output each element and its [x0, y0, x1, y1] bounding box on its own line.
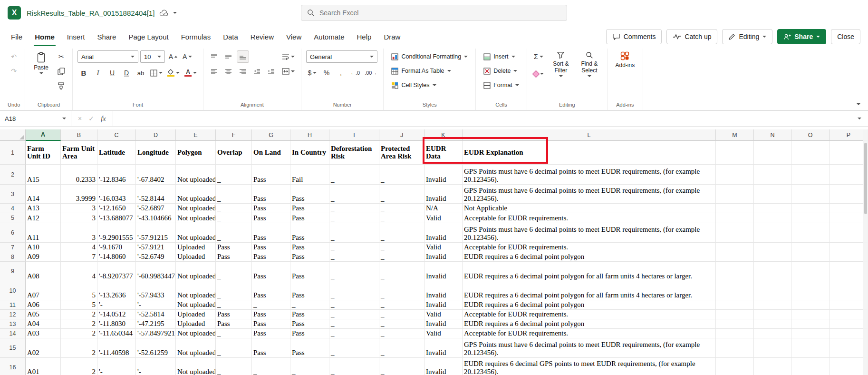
- cell-I14[interactable]: _: [329, 329, 379, 338]
- cell-G6[interactable]: Pass: [252, 223, 290, 243]
- cell-M8[interactable]: [716, 252, 754, 262]
- increase-indent-button[interactable]: [265, 66, 278, 78]
- cell-D4[interactable]: '-52.6897: [136, 204, 176, 213]
- cell-G2[interactable]: Pass: [252, 165, 290, 185]
- cell-L1[interactable]: EUDR Explanation: [463, 141, 716, 165]
- cell-M1[interactable]: [716, 141, 754, 165]
- cell-I2[interactable]: _: [329, 165, 379, 185]
- cell-I7[interactable]: _: [329, 243, 379, 252]
- name-box-chevron-icon[interactable]: [62, 118, 66, 119]
- double-underline-button[interactable]: D: [120, 67, 133, 79]
- row-header-2[interactable]: 2: [0, 165, 26, 185]
- cell-M11[interactable]: [716, 300, 754, 310]
- cell-L11[interactable]: EUDR requires a 6 decimal point polygon: [463, 300, 716, 310]
- cell-K2[interactable]: Invalid: [424, 165, 463, 185]
- cell-A8[interactable]: A09: [26, 252, 61, 262]
- cell-E15[interactable]: Not uploaded: [176, 338, 216, 358]
- cell-I11[interactable]: _: [329, 300, 379, 310]
- format-cells-button[interactable]: Format: [481, 79, 522, 91]
- cell-H5[interactable]: Pass: [290, 213, 329, 223]
- column-header-E[interactable]: E: [176, 129, 216, 141]
- cell-A5[interactable]: A12: [26, 213, 61, 223]
- cell-C1[interactable]: Latitude: [97, 141, 136, 165]
- cell-E16[interactable]: Not uploaded: [176, 358, 216, 375]
- tab-home[interactable]: Home: [29, 26, 61, 48]
- format-as-table-button[interactable]: Format As Table: [388, 65, 453, 77]
- cell-K8[interactable]: Invalid: [424, 252, 463, 262]
- cell-I12[interactable]: _: [329, 310, 379, 319]
- select-all-button[interactable]: [0, 129, 26, 141]
- cell-A13[interactable]: A04: [26, 319, 61, 329]
- cell-C10[interactable]: '-13.2636: [97, 281, 136, 300]
- cell-P9[interactable]: [829, 262, 868, 281]
- cell-A1[interactable]: Farm Unit ID: [26, 141, 61, 165]
- cell-O12[interactable]: [791, 310, 829, 319]
- cell-D2[interactable]: '-67.8402: [136, 165, 176, 185]
- column-header-G[interactable]: G: [252, 129, 290, 141]
- column-header-I[interactable]: I: [329, 129, 379, 141]
- decrease-font-size-button[interactable]: A: [181, 50, 193, 63]
- cell-F1[interactable]: Overlap: [216, 141, 252, 165]
- cell-G10[interactable]: Pass: [252, 281, 290, 300]
- autosum-button[interactable]: Σ: [532, 50, 545, 63]
- row-header-8[interactable]: 8: [0, 252, 26, 262]
- cell-J2[interactable]: _: [379, 165, 424, 185]
- cell-B5[interactable]: 3: [61, 213, 97, 223]
- cell-I9[interactable]: _: [329, 262, 379, 281]
- cell-N8[interactable]: [754, 252, 791, 262]
- increase-decimal-button[interactable]: ←.0: [349, 67, 361, 79]
- cell-P2[interactable]: [829, 165, 868, 185]
- cell-J1[interactable]: Protected Area Risk: [379, 141, 424, 165]
- cell-J10[interactable]: _: [379, 281, 424, 300]
- cell-P5[interactable]: [829, 213, 868, 223]
- cell-styles-button[interactable]: Cell Styles: [388, 79, 439, 91]
- excel-logo-icon[interactable]: X: [8, 6, 21, 20]
- cell-P4[interactable]: [829, 204, 868, 213]
- column-header-M[interactable]: M: [716, 129, 754, 141]
- cell-O14[interactable]: [791, 329, 829, 338]
- cell-H3[interactable]: Pass: [290, 185, 329, 204]
- cell-M13[interactable]: [716, 319, 754, 329]
- column-header-J[interactable]: J: [379, 129, 424, 141]
- cell-L2[interactable]: GPS Points must have 6 decimal points to…: [463, 165, 716, 185]
- tab-formulas[interactable]: Formulas: [175, 26, 217, 48]
- cell-N10[interactable]: [754, 281, 791, 300]
- increase-font-size-button[interactable]: A: [167, 50, 179, 63]
- cell-E14[interactable]: Not uploaded: [176, 329, 216, 338]
- cell-P8[interactable]: [829, 252, 868, 262]
- cell-I3[interactable]: _: [329, 185, 379, 204]
- cell-H12[interactable]: Pass: [290, 310, 329, 319]
- cell-J3[interactable]: _: [379, 185, 424, 204]
- format-painter-button[interactable]: [55, 80, 68, 92]
- cell-K15[interactable]: Invalid: [424, 338, 463, 358]
- cell-B12[interactable]: 2: [61, 310, 97, 319]
- cell-N9[interactable]: [754, 262, 791, 281]
- tab-draw[interactable]: Draw: [377, 26, 406, 48]
- add-ins-button[interactable]: Add-ins: [612, 50, 638, 69]
- cell-O13[interactable]: [791, 319, 829, 329]
- cell-N7[interactable]: [754, 243, 791, 252]
- cell-N1[interactable]: [754, 141, 791, 165]
- cell-L6[interactable]: GPS Points must have 6 decimal points to…: [463, 223, 716, 243]
- cell-N4[interactable]: [754, 204, 791, 213]
- font-size-select[interactable]: 10: [140, 50, 165, 63]
- redo-button[interactable]: ↷: [8, 65, 20, 77]
- cell-L3[interactable]: GPS Points must have 6 decimal points to…: [463, 185, 716, 204]
- comments-button[interactable]: Comments: [606, 29, 662, 44]
- strikethrough-button[interactable]: ab: [135, 67, 147, 79]
- cell-M7[interactable]: [716, 243, 754, 252]
- cell-H13[interactable]: Pass: [290, 319, 329, 329]
- cell-F2[interactable]: _: [216, 165, 252, 185]
- cell-A12[interactable]: A05: [26, 310, 61, 319]
- cell-K9[interactable]: Invalid: [424, 262, 463, 281]
- cell-E9[interactable]: Not uploaded: [176, 262, 216, 281]
- row-header-4[interactable]: 4: [0, 204, 26, 213]
- cell-F4[interactable]: _: [216, 204, 252, 213]
- cell-I6[interactable]: _: [329, 223, 379, 243]
- cell-M2[interactable]: [716, 165, 754, 185]
- row-header-7[interactable]: 7: [0, 243, 26, 252]
- cell-M3[interactable]: [716, 185, 754, 204]
- decrease-indent-button[interactable]: [251, 66, 263, 78]
- cell-A4[interactable]: A13: [26, 204, 61, 213]
- formula-input[interactable]: [113, 111, 858, 126]
